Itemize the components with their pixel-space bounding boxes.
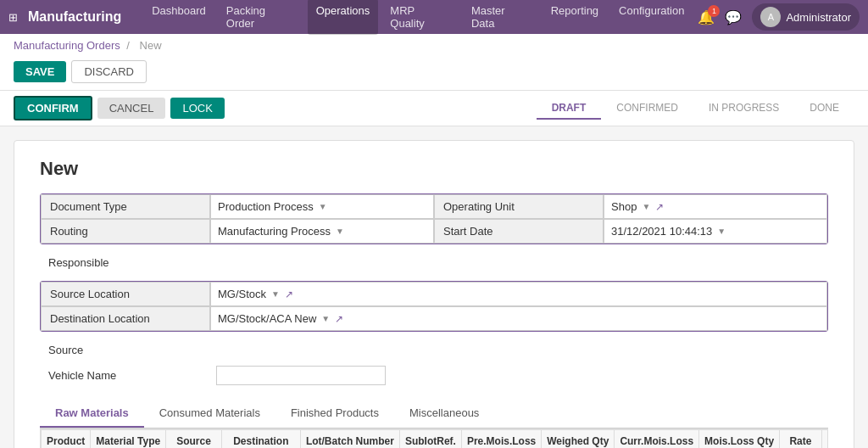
source-input[interactable] [216,344,386,356]
vehicle-name-input[interactable] [216,366,386,385]
user-avatar: A [760,7,781,27]
action-bar: SAVE DISCARD [14,57,854,90]
breadcrumb-separator: / [126,39,130,52]
operating-unit-value[interactable]: Shop ▼ ↗ [604,194,827,219]
breadcrumb: Manufacturing Orders / New [14,39,854,52]
nav-operations[interactable]: Operations [308,0,379,35]
destination-location-ext-link[interactable]: ↗ [335,313,343,325]
status-actions: CONFIRM CANCEL LOCK [14,96,537,120]
form-title: New [40,158,828,180]
col-material-type: Material Type [91,430,166,449]
destination-location-label: Destination Location [41,306,210,331]
app-name: Manufacturing [28,9,121,25]
source-value[interactable] [209,339,828,361]
notification-icon[interactable]: 🔔1 [698,9,715,25]
breadcrumb-current: New [140,39,162,52]
operating-unit-ext-link[interactable]: ↗ [655,201,664,213]
chevron-down-icon-2: ▼ [642,202,650,211]
col-source: Source [166,430,222,449]
status-done[interactable]: DONE [794,98,854,120]
nav-reporting[interactable]: Reporting [542,0,607,35]
nav-links: Dashboard Packing Order Operations MRP Q… [143,0,693,35]
status-draft[interactable]: DRAFT [537,98,602,120]
nav-dashboard[interactable]: Dashboard [143,0,214,35]
vehicle-name-label: Vehicle Name [40,361,209,389]
source-label: Source [40,339,209,361]
source-location-ext-link[interactable]: ↗ [285,288,293,300]
nav-packing-order[interactable]: Packing Order [218,0,304,35]
nav-master-data[interactable]: Master Data [463,0,539,35]
tab-finished-products[interactable]: Finished Products [275,400,394,428]
status-steps: DRAFT CONFIRMED IN PROGRESS DONE [537,98,854,120]
breadcrumb-parent[interactable]: Manufacturing Orders [14,39,120,52]
vehicle-name-value[interactable] [209,361,828,389]
right-icons: 🔔1 💬 A Administrator [698,3,860,31]
chevron-down-icon-5: ▼ [271,289,280,299]
breadcrumb-bar: Manufacturing Orders / New SAVE DISCARD [0,34,868,91]
destination-location-value[interactable]: MG/Stock/ACA New ▼ ↗ [210,306,827,331]
raw-materials-table: Product Material Type Source Destination… [41,429,828,448]
tab-raw-materials[interactable]: Raw Materials [40,400,144,428]
source-location-label: Source Location [41,282,210,306]
lock-button[interactable]: LOCK [170,98,224,119]
app-grid-icon[interactable]: ⊞ [8,11,18,24]
col-sublot-ref: SubIotRef. [399,430,461,449]
responsible-label: Responsible [40,251,209,274]
col-product: Product [42,430,91,449]
tab-miscellaneous[interactable]: Miscellaneous [394,400,494,428]
start-date-label: Start Date [434,219,604,244]
document-type-value[interactable]: Production Process ▼ [210,194,434,219]
discard-button[interactable]: DISCARD [71,60,147,83]
responsible-input[interactable] [216,256,386,269]
responsible-value[interactable] [209,251,828,274]
col-mois-loss-qty: Mois.Loss Qty [699,430,780,449]
col-weighed-qty: Weighed Qty [542,430,615,449]
col-curr-mois-loss: Curr.Mois.Loss [615,430,699,449]
top-navigation: ⊞ Manufacturing Dashboard Packing Order … [0,0,868,34]
tabs-row: Raw Materials Consumed Materials Finishe… [40,400,828,428]
col-destination: Destination [221,430,300,449]
col-lot-batch: Lot/Batch Number [300,430,399,449]
confirm-button[interactable]: CONFIRM [14,96,92,120]
tab-consumed-materials[interactable]: Consumed Materials [144,400,275,428]
operating-unit-label: Operating Unit [434,194,604,219]
status-confirmed[interactable]: CONFIRMED [601,98,693,120]
main-content: New Document Type Production Process ▼ O… [0,126,868,448]
nav-mrp-quality[interactable]: MRP Quality [381,0,459,35]
chevron-down-icon: ▼ [319,202,327,211]
chevron-down-icon-6: ▼ [321,314,330,323]
chevron-down-icon-4: ▼ [717,227,726,236]
status-bar: CONFIRM CANCEL LOCK DRAFT CONFIRMED IN P… [0,91,868,126]
nav-configuration[interactable]: Configuration [610,0,693,35]
status-in-progress[interactable]: IN PROGRESS [693,98,794,120]
col-pre-mois-loss: Pre.Mois.Loss [461,430,541,449]
routing-label: Routing [41,219,210,244]
chevron-down-icon-3: ▼ [336,227,344,236]
cancel-button[interactable]: CANCEL [97,98,166,119]
col-no-of-bags: No.of Bags [821,430,828,449]
user-name: Administrator [786,11,851,24]
form-card: New Document Type Production Process ▼ O… [14,140,854,448]
start-date-value[interactable]: 31/12/2021 10:44:13 ▼ [604,219,827,244]
document-type-label: Document Type [41,194,210,219]
routing-value[interactable]: Manufacturing Process ▼ [210,219,434,244]
user-menu[interactable]: A Administrator [752,3,860,31]
save-button[interactable]: SAVE [14,61,66,82]
source-location-value[interactable]: MG/Stock ▼ ↗ [210,282,827,306]
chat-icon[interactable]: 💬 [725,9,742,25]
col-rate: Rate [780,430,822,449]
